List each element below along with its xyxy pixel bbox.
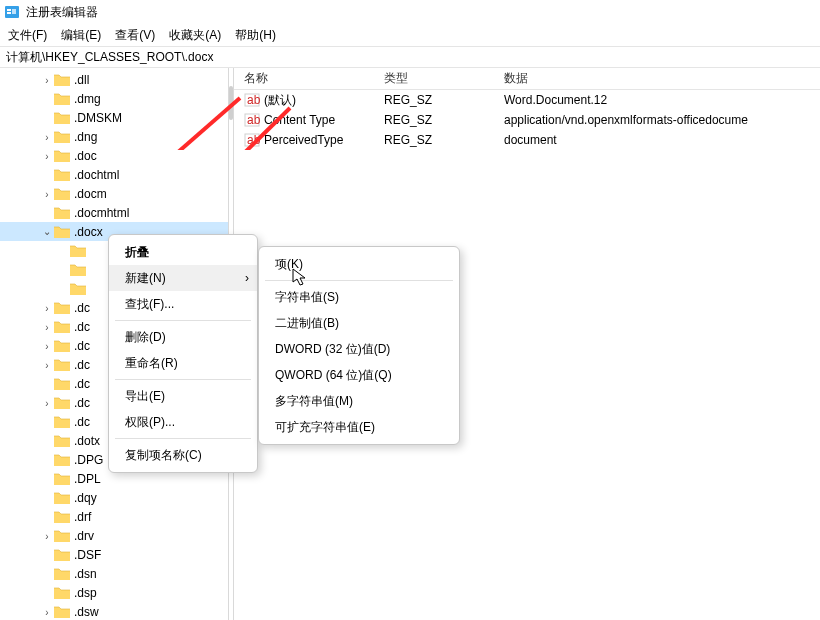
value-row[interactable]: ab(默认)REG_SZWord.Document.12: [234, 90, 820, 110]
context-menu: 折叠 新建(N) › 查找(F)... 删除(D) 重命名(R) 导出(E) 权…: [108, 234, 258, 473]
value-name: PerceivedType: [264, 133, 343, 147]
sub-binary[interactable]: 二进制值(B): [259, 310, 459, 336]
tree-item[interactable]: .dsn: [0, 564, 228, 583]
expand-icon[interactable]: [40, 150, 54, 162]
value-header: 名称 类型 数据: [234, 68, 820, 90]
sub-string[interactable]: 字符串值(S): [259, 284, 459, 310]
ctx-perm[interactable]: 权限(P)...: [109, 409, 257, 435]
ctx-delete[interactable]: 删除(D): [109, 324, 257, 350]
menu-edit[interactable]: 编辑(E): [61, 27, 101, 44]
svg-rect-2: [7, 12, 11, 14]
sub-multi[interactable]: 多字符串值(M): [259, 388, 459, 414]
window-titlebar: 注册表编辑器: [0, 0, 820, 24]
tree-item[interactable]: .DMSKM: [0, 108, 228, 127]
expand-icon[interactable]: [40, 530, 54, 542]
tree-item[interactable]: .drf: [0, 507, 228, 526]
expand-icon[interactable]: [40, 321, 54, 333]
expand-icon[interactable]: [40, 188, 54, 200]
tree-item-label: .dqy: [74, 491, 97, 505]
value-name: Content Type: [264, 113, 335, 127]
sub-dword[interactable]: DWORD (32 位)值(D): [259, 336, 459, 362]
window-title: 注册表编辑器: [26, 4, 98, 21]
separator: [115, 379, 251, 380]
sub-key[interactable]: 项(K): [259, 251, 459, 277]
menu-view[interactable]: 查看(V): [115, 27, 155, 44]
tree-item-label: .dochtml: [74, 168, 119, 182]
expand-icon[interactable]: [40, 225, 54, 238]
separator: [115, 320, 251, 321]
scroll-thumb[interactable]: [229, 86, 233, 120]
tree-item-label: .dmg: [74, 92, 101, 106]
tree-item-label: .dc: [74, 339, 90, 353]
sub-qword[interactable]: QWORD (64 位)值(Q): [259, 362, 459, 388]
tree-item[interactable]: .dqy: [0, 488, 228, 507]
svg-rect-3: [12, 9, 16, 14]
tree-item-label: .dsw: [74, 605, 99, 619]
chevron-right-icon: ›: [245, 271, 249, 285]
tree-item[interactable]: .dmg: [0, 89, 228, 108]
tree-item-label: .docm: [74, 187, 107, 201]
tree-item-label: .DPG: [74, 453, 103, 467]
tree-item-label: .doc: [74, 149, 97, 163]
ctx-find[interactable]: 查找(F)...: [109, 291, 257, 317]
tree-item-label: .dc: [74, 301, 90, 315]
menu-file[interactable]: 文件(F): [8, 27, 47, 44]
col-data-header[interactable]: 数据: [494, 70, 820, 87]
tree-item[interactable]: .drv: [0, 526, 228, 545]
ctx-new-label: 新建(N): [125, 270, 166, 287]
separator: [115, 438, 251, 439]
col-type-header[interactable]: 类型: [374, 70, 494, 87]
menu-fav[interactable]: 收藏夹(A): [169, 27, 221, 44]
ctx-export[interactable]: 导出(E): [109, 383, 257, 409]
svg-rect-1: [7, 9, 11, 11]
tree-item-label: .dsn: [74, 567, 97, 581]
tree-item-label: .dc: [74, 415, 90, 429]
address-bar[interactable]: 计算机\HKEY_CLASSES_ROOT\.docx: [0, 46, 820, 68]
tree-item[interactable]: .docmhtml: [0, 203, 228, 222]
tree-item[interactable]: .dochtml: [0, 165, 228, 184]
tree-item-label: .dc: [74, 377, 90, 391]
tree-item[interactable]: .dsw: [0, 602, 228, 620]
tree-item[interactable]: .dng: [0, 127, 228, 146]
menu-help[interactable]: 帮助(H): [235, 27, 276, 44]
value-row[interactable]: abContent TypeREG_SZapplication/vnd.open…: [234, 110, 820, 130]
tree-item-label: .dc: [74, 396, 90, 410]
tree-item-label: .dc: [74, 320, 90, 334]
ctx-new[interactable]: 新建(N) ›: [109, 265, 257, 291]
tree-item[interactable]: .docm: [0, 184, 228, 203]
ctx-rename[interactable]: 重命名(R): [109, 350, 257, 376]
tree-item-label: .dng: [74, 130, 97, 144]
value-row[interactable]: abPerceivedTypeREG_SZdocument: [234, 130, 820, 150]
value-data: document: [494, 133, 820, 147]
tree-item-label: .DMSKM: [74, 111, 122, 125]
svg-text:ab: ab: [247, 93, 260, 107]
tree-item-label: .DSF: [74, 548, 101, 562]
mouse-cursor-icon: [292, 268, 310, 291]
tree-item-label: .dc: [74, 358, 90, 372]
col-name-header[interactable]: 名称: [234, 70, 374, 87]
expand-icon[interactable]: [40, 606, 54, 618]
expand-icon[interactable]: [40, 131, 54, 143]
expand-icon[interactable]: [40, 340, 54, 352]
sub-expand[interactable]: 可扩充字符串值(E): [259, 414, 459, 440]
app-icon: [4, 4, 20, 20]
value-type: REG_SZ: [374, 93, 494, 107]
expand-icon[interactable]: [40, 397, 54, 409]
tree-item-label: .dsp: [74, 586, 97, 600]
tree-item-label: .docmhtml: [74, 206, 129, 220]
expand-icon[interactable]: [40, 74, 54, 86]
expand-icon[interactable]: [40, 302, 54, 314]
address-text: 计算机\HKEY_CLASSES_ROOT\.docx: [6, 49, 213, 66]
tree-item[interactable]: .DSF: [0, 545, 228, 564]
tree-item[interactable]: .dll: [0, 70, 228, 89]
value-type: REG_SZ: [374, 133, 494, 147]
ctx-collapse[interactable]: 折叠: [109, 239, 257, 265]
tree-item-label: .dotx: [74, 434, 100, 448]
tree-item[interactable]: .doc: [0, 146, 228, 165]
expand-icon[interactable]: [40, 359, 54, 371]
tree-item[interactable]: .dsp: [0, 583, 228, 602]
tree-item-label: .docx: [74, 225, 103, 239]
tree-item-label: .DPL: [74, 472, 101, 486]
tree-item-label: .dll: [74, 73, 89, 87]
ctx-copykey[interactable]: 复制项名称(C): [109, 442, 257, 468]
